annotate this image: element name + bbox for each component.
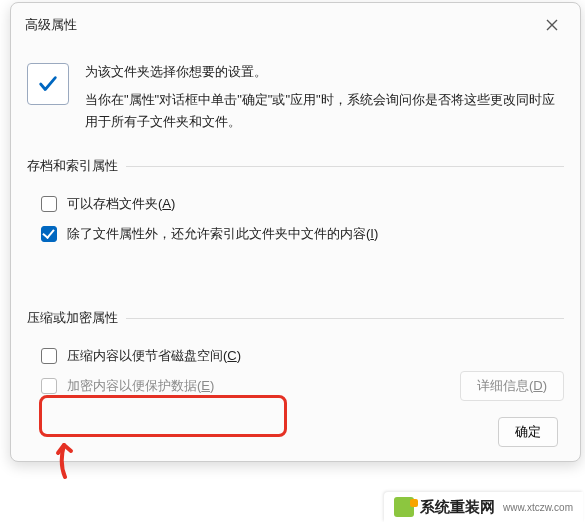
index-label: 除了文件属性外，还允许索引此文件夹中文件的内容(I)	[67, 225, 378, 243]
footer: 确定	[498, 417, 558, 447]
compress-checkbox[interactable]	[41, 348, 57, 364]
archive-index-group: 存档和索引属性 可以存档文件夹(A) 除了文件属性外，还允许索引此文件夹中文件的…	[27, 157, 564, 249]
compress-encrypt-group: 压缩或加密属性 压缩内容以便节省磁盘空间(C) 加密内容以便保护数据(E) 详细…	[27, 309, 564, 401]
watermark-logo-icon	[394, 497, 414, 517]
intro-text: 为该文件夹选择你想要的设置。 当你在"属性"对话框中单击"确定"或"应用"时，系…	[85, 61, 564, 133]
archive-group-title: 存档和索引属性	[27, 157, 564, 175]
advanced-attributes-dialog: 高级属性 为该文件夹选择你想要的设置。 当你在"属性"对话框中单击"确定"或"应…	[10, 2, 581, 462]
watermark-url: www.xtczw.com	[503, 502, 573, 513]
archive-checkbox-row[interactable]: 可以存档文件夹(A)	[27, 189, 564, 219]
close-button[interactable]	[538, 11, 566, 39]
index-checkbox-row[interactable]: 除了文件属性外，还允许索引此文件夹中文件的内容(I)	[27, 219, 564, 249]
index-checkbox[interactable]	[41, 226, 57, 242]
encrypt-label: 加密内容以便保护数据(E)	[67, 377, 214, 395]
watermark: 系统重装网 www.xtczw.com	[384, 492, 583, 522]
compress-checkbox-row[interactable]: 压缩内容以便节省磁盘空间(C)	[27, 341, 564, 371]
dialog-content: 为该文件夹选择你想要的设置。 当你在"属性"对话框中单击"确定"或"应用"时，系…	[11, 43, 580, 429]
encrypt-row-with-button: 加密内容以便保护数据(E) 详细信息(D)	[27, 371, 564, 401]
intro-line2: 当你在"属性"对话框中单击"确定"或"应用"时，系统会询问你是否将这些更改同时应…	[85, 89, 564, 133]
archive-label: 可以存档文件夹(A)	[67, 195, 175, 213]
annotation-arrow-icon	[51, 439, 75, 482]
details-button: 详细信息(D)	[460, 371, 564, 401]
settings-check-icon	[27, 63, 69, 105]
encrypt-checkbox-row: 加密内容以便保护数据(E)	[27, 371, 214, 401]
intro-section: 为该文件夹选择你想要的设置。 当你在"属性"对话框中单击"确定"或"应用"时，系…	[27, 61, 564, 133]
intro-line1: 为该文件夹选择你想要的设置。	[85, 61, 564, 83]
compress-label: 压缩内容以便节省磁盘空间(C)	[67, 347, 241, 365]
titlebar: 高级属性	[11, 3, 580, 43]
watermark-text: 系统重装网	[420, 498, 495, 517]
encrypt-checkbox	[41, 378, 57, 394]
archive-checkbox[interactable]	[41, 196, 57, 212]
close-icon	[546, 19, 558, 31]
ok-button[interactable]: 确定	[498, 417, 558, 447]
compress-group-title: 压缩或加密属性	[27, 309, 564, 327]
dialog-title: 高级属性	[25, 16, 77, 34]
